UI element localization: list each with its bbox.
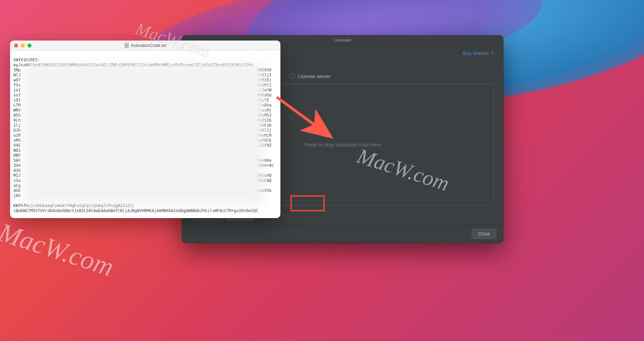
watermark: MacW.com: [0, 217, 117, 282]
text-lines-bottom: KKFhfHzJc5KhbaxqYzmkAfTMqPsIqCQ1lQUAqfiP…: [13, 203, 258, 213]
buy-license-label: Buy license: [463, 50, 489, 56]
radio-license-server[interactable]: License server: [290, 73, 331, 79]
document-icon: [124, 43, 129, 48]
licenses-title: Licenses: [334, 38, 351, 43]
text-editor-body[interactable]: 5AYV1D1RE5- eyJsaWNlbnNlSWQiOiI1QVlWMUQx…: [10, 51, 280, 218]
text-editor-window: ActivationCode.txt 5AYV1D1RE5- eyJsaWNlb…: [10, 41, 280, 218]
external-link-icon: ↗: [490, 51, 494, 56]
buy-license-link[interactable]: Buy license ↗: [463, 50, 494, 56]
close-button[interactable]: Close: [472, 229, 496, 239]
text-editor-filename: ActivationCode.txt: [131, 43, 166, 48]
licenses-footer: Close: [182, 224, 503, 243]
text-editor-titlebar: ActivationCode.txt: [10, 41, 280, 51]
droparea-placeholder: Paste or drop activation code here: [304, 142, 381, 147]
radio-server-label: License server: [298, 73, 331, 79]
blur-censor-overlay: [23, 64, 264, 205]
radio-circle-icon: [290, 74, 295, 79]
text-editor-title: ActivationCode.txt: [10, 43, 280, 48]
